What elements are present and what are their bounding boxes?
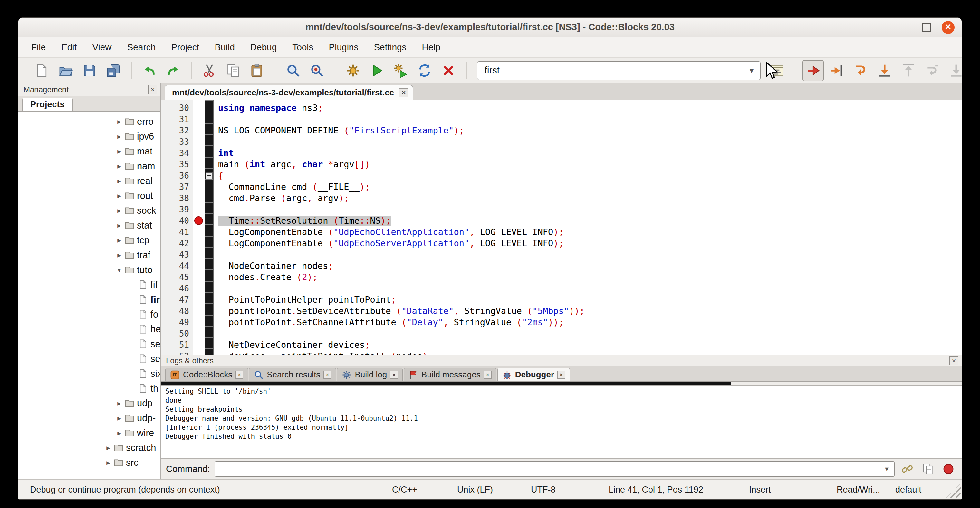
code-line[interactable]: 36{ — [161, 170, 962, 181]
tab-close-icon[interactable]: ✕ — [235, 371, 243, 379]
chevron-right-icon[interactable]: ▸ — [114, 236, 125, 245]
undo-button[interactable] — [139, 60, 160, 81]
copy-button[interactable] — [223, 60, 244, 81]
debugger-command-input[interactable]: ▾ — [215, 461, 895, 477]
chevron-right-icon[interactable]: ▸ — [114, 206, 125, 215]
breakpoint-margin[interactable] — [193, 260, 205, 271]
chevron-right-icon[interactable]: ▸ — [103, 444, 114, 452]
menu-file[interactable]: File — [24, 37, 54, 57]
breakpoint-margin[interactable] — [193, 159, 205, 170]
paste-button[interactable] — [247, 60, 268, 81]
code-line[interactable]: 52 devices = pointToPoint.Install (nodes… — [161, 350, 962, 355]
menu-view[interactable]: View — [84, 37, 119, 57]
save-all-button[interactable] — [103, 60, 124, 81]
code-line[interactable]: 38 cmd.Parse (argc, argv); — [161, 193, 962, 204]
tree-item-erro[interactable]: ▸erro — [18, 114, 161, 129]
code-line[interactable]: 31 — [161, 113, 962, 125]
code-line[interactable]: 45 nodes.Create (2); — [161, 271, 962, 283]
code-line[interactable]: 48 pointToPoint.SetDeviceAttribute ("Dat… — [161, 305, 962, 317]
breakpoint-margin[interactable] — [193, 305, 205, 317]
tree-item-stat[interactable]: ▸stat — [18, 218, 161, 233]
code-line[interactable]: 47 PointToPointHelper pointToPoint; — [161, 294, 962, 305]
tab-projects[interactable]: Projects — [22, 98, 73, 111]
code-line[interactable]: 42 LogComponentEnable ("UdpEchoServerApp… — [161, 237, 962, 249]
stop-button[interactable] — [940, 461, 956, 477]
menu-plugins[interactable]: Plugins — [321, 37, 366, 57]
tree-item-traf[interactable]: ▸traf — [18, 248, 161, 263]
tree-item-src[interactable]: ▸src — [18, 455, 161, 470]
logs-tab-code-blocks[interactable]: Code::Blocks✕ — [165, 368, 248, 381]
chevron-right-icon[interactable]: ▸ — [114, 251, 125, 260]
open-folder-button[interactable] — [55, 60, 76, 81]
chevron-right-icon[interactable]: ▸ — [103, 459, 114, 467]
code-line[interactable]: 35main (int argc, char *argv[]) — [161, 159, 962, 170]
tree-item-se[interactable]: se — [18, 336, 161, 351]
build-and-run-button[interactable] — [390, 60, 411, 81]
breakpoint-margin[interactable] — [193, 102, 205, 113]
breakpoint-margin[interactable] — [193, 170, 205, 181]
code-line[interactable]: 50 — [161, 328, 962, 339]
tree-item-udp[interactable]: ▸udp- — [18, 411, 161, 425]
tree-item-tuto[interactable]: ▾tuto — [18, 263, 161, 277]
tree-item-th[interactable]: th — [18, 381, 161, 396]
logs-tab-build-messages[interactable]: Build messages✕ — [404, 368, 496, 381]
menu-help[interactable]: Help — [414, 37, 449, 57]
chevron-right-icon[interactable]: ▸ — [114, 414, 125, 423]
menu-tools[interactable]: Tools — [285, 37, 321, 57]
code-line[interactable]: 33 — [161, 136, 962, 147]
project-tree[interactable]: ▸erro▸ipv6▸mat▸nam▸real▸rout▸sock▸stat▸t… — [18, 111, 161, 479]
breakpoint-margin[interactable] — [193, 147, 205, 159]
tree-item-fif[interactable]: fif — [18, 277, 161, 292]
chevron-right-icon[interactable]: ▸ — [114, 399, 125, 408]
run-to-cursor-button[interactable] — [826, 60, 848, 81]
chevron-right-icon[interactable]: ▸ — [114, 132, 125, 141]
redo-button[interactable] — [163, 60, 184, 81]
save-button[interactable] — [79, 60, 100, 81]
build-button[interactable] — [342, 60, 364, 81]
new-file-button[interactable] — [31, 60, 52, 81]
debugger-log[interactable]: Setting SHELL to '/bin/sh'doneSetting br… — [161, 385, 962, 459]
breakpoint-margin[interactable] — [193, 339, 205, 350]
tree-item-six[interactable]: six — [18, 366, 161, 381]
code-line[interactable]: 40 Time::SetResolution (Time::NS); — [161, 215, 962, 226]
chevron-right-icon[interactable]: ▸ — [114, 117, 125, 126]
breakpoint-margin[interactable] — [193, 204, 205, 215]
menu-edit[interactable]: Edit — [54, 37, 84, 57]
logs-tab-search-results[interactable]: Search results✕ — [249, 368, 336, 381]
fold-collapse-icon[interactable] — [205, 172, 213, 179]
chevron-down-icon[interactable]: ▾ — [743, 65, 760, 75]
code-line[interactable]: 34int — [161, 147, 962, 159]
breakpoint-margin[interactable] — [193, 181, 205, 193]
logs-tab-build-log[interactable]: Build log✕ — [337, 368, 403, 381]
tree-item-mat[interactable]: ▸mat — [18, 144, 161, 159]
chevron-down-icon[interactable]: ▾ — [114, 266, 125, 274]
tab-close-icon[interactable]: ✕ — [323, 371, 331, 379]
menu-settings[interactable]: Settings — [366, 37, 414, 57]
editor-tab[interactable]: mnt/dev/tools/source/ns-3-dev/examples/t… — [165, 85, 413, 100]
management-close-icon[interactable]: ✕ — [148, 85, 157, 94]
menu-project[interactable]: Project — [163, 37, 207, 57]
breakpoint-margin[interactable] — [193, 136, 205, 147]
build-target-combo[interactable]: first▾ — [477, 61, 760, 80]
run-button[interactable] — [366, 60, 388, 81]
menu-search[interactable]: Search — [119, 37, 164, 57]
code-editor[interactable]: 30using namespace ns3;3132NS_LOG_COMPONE… — [161, 100, 962, 355]
resize-grip[interactable] — [946, 484, 961, 498]
code-line[interactable]: 51 NetDeviceContainer devices; — [161, 339, 962, 350]
chevron-right-icon[interactable]: ▸ — [114, 147, 125, 156]
menu-build[interactable]: Build — [207, 37, 242, 57]
cut-button[interactable] — [199, 60, 220, 81]
copy-button[interactable] — [920, 461, 936, 477]
tab-close-icon[interactable]: ✕ — [484, 371, 492, 379]
chevron-right-icon[interactable]: ▸ — [114, 177, 125, 185]
code-line[interactable]: 37 CommandLine cmd (__FILE__); — [161, 181, 962, 193]
step-into-button[interactable] — [874, 60, 895, 81]
breakpoint-margin[interactable] — [193, 271, 205, 283]
close-button[interactable]: ✕ — [942, 21, 955, 34]
title-bar[interactable]: mnt/dev/tools/source/ns-3-dev/examples/t… — [18, 18, 962, 37]
breakpoint-margin[interactable] — [193, 193, 205, 204]
tree-item-fir[interactable]: fir — [18, 292, 161, 307]
tree-item-sock[interactable]: ▸sock — [18, 203, 161, 218]
tree-item-real[interactable]: ▸real — [18, 174, 161, 188]
rebuild-button[interactable] — [414, 60, 435, 81]
